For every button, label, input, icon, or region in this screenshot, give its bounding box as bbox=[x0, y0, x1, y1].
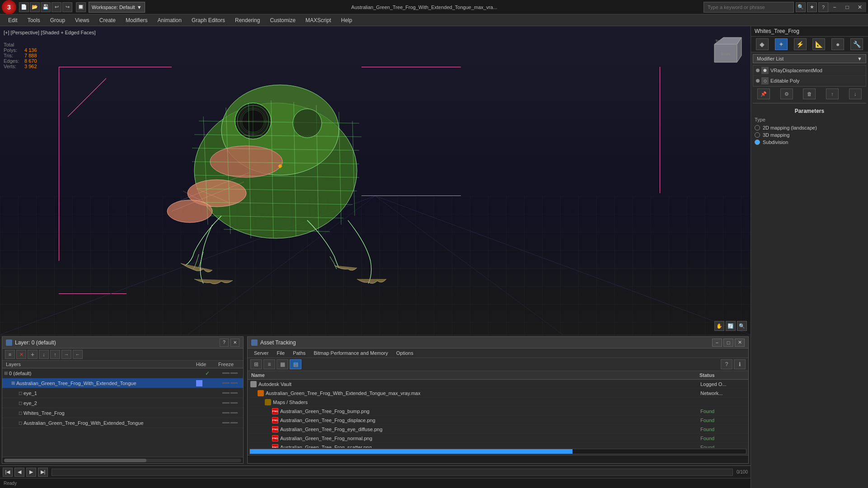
list-item[interactable]: ⊞ 0 (default) ✓ bbox=[2, 368, 243, 378]
layer-deselect-icon[interactable]: ← bbox=[73, 350, 83, 359]
asset-progress-bar-container bbox=[249, 449, 746, 454]
asset-menu-bitmap[interactable]: Bitmap Performance and Memory bbox=[310, 349, 391, 357]
list-item[interactable]: PNG Australian_Green_Tree_Frog_scatter.p… bbox=[248, 443, 748, 448]
minimize-button[interactable]: − bbox=[828, 2, 841, 12]
timeline-start-button[interactable]: |◀ bbox=[3, 468, 13, 477]
list-item[interactable]: PNG Australian_Green_Tree_Frog_eye_diffu… bbox=[248, 425, 748, 434]
create-panel-icon[interactable]: ◆ bbox=[756, 38, 769, 50]
max-file-icon bbox=[258, 390, 264, 396]
menu-graph-editors[interactable]: Graph Editors bbox=[187, 15, 230, 26]
list-item[interactable]: ◻ eye_2 bbox=[2, 398, 243, 408]
layer-close-button[interactable]: ✕ bbox=[230, 339, 239, 347]
menu-views[interactable]: Views bbox=[70, 15, 94, 26]
remove-modifier-icon[interactable]: 🗑 bbox=[803, 88, 816, 99]
asset-info-icon[interactable]: ℹ bbox=[734, 359, 746, 369]
layer-add-icon[interactable]: + bbox=[28, 350, 38, 359]
asset-maximize-button[interactable]: □ bbox=[723, 339, 733, 347]
timeline-prev-button[interactable]: ◀ bbox=[14, 468, 24, 477]
layer-move-up-icon[interactable]: ↑ bbox=[50, 350, 60, 359]
modifier-list-dropdown[interactable]: Modifier List ▼ bbox=[753, 54, 866, 63]
pan-icon[interactable]: ✋ bbox=[714, 321, 724, 331]
search-icon[interactable]: 🔍 bbox=[796, 2, 806, 12]
asset-tool-2[interactable]: ≡ bbox=[263, 359, 275, 369]
menu-help[interactable]: Help bbox=[337, 15, 357, 26]
list-item[interactable]: PNG Australian_Green_Tree_Frog_normal.pn… bbox=[248, 434, 748, 443]
new-file-icon[interactable]: 📄 bbox=[19, 2, 29, 12]
hierarchy-panel-icon[interactable]: ⚡ bbox=[794, 38, 807, 50]
list-item[interactable]: PNG Australian_Green_Tree_Frog_bump.png … bbox=[248, 407, 748, 416]
timeline-play-button[interactable]: ▶ bbox=[26, 468, 36, 477]
modifier-entry-editable-poly[interactable]: ◇ Editable Poly bbox=[753, 76, 866, 86]
display-panel-icon[interactable]: ● bbox=[831, 38, 844, 50]
radio-3d bbox=[755, 132, 760, 138]
utilities-panel-icon[interactable]: 🔧 bbox=[850, 38, 863, 50]
menu-rendering[interactable]: Rendering bbox=[230, 15, 264, 26]
cube-gizmo[interactable]: Front Top bbox=[705, 31, 746, 71]
pin-stack-icon[interactable]: 📌 bbox=[757, 88, 770, 99]
asset-name-text: Australian_Green_Tree_Frog_displace.png bbox=[280, 418, 375, 423]
menu-customize[interactable]: Customize bbox=[265, 15, 300, 26]
viewport-3d[interactable]: [+] [Perspective] [Shaded + Edged Faces]… bbox=[0, 26, 751, 335]
layer-list-icon[interactable]: ≡ bbox=[5, 350, 15, 359]
asset-minimize-button[interactable]: − bbox=[712, 339, 722, 347]
move-down-modifier-icon[interactable]: ↓ bbox=[849, 88, 862, 99]
asset-close-button[interactable]: ✕ bbox=[735, 339, 745, 347]
asset-help-icon[interactable]: ? bbox=[721, 359, 732, 369]
layer-move-down-icon[interactable]: ↓ bbox=[39, 350, 49, 359]
save-icon[interactable]: 💾 bbox=[41, 2, 51, 12]
open-file-icon[interactable]: 📂 bbox=[30, 2, 40, 12]
asset-menu-file[interactable]: File bbox=[273, 349, 288, 357]
list-item[interactable]: ◻ Whites_Tree_Frog bbox=[2, 408, 243, 418]
config-modifier-sets-icon[interactable]: ⚙ bbox=[780, 88, 793, 99]
favorites-icon[interactable]: ★ bbox=[807, 2, 817, 12]
list-item[interactable]: ◻ Australian_Green_Tree_Frog_With_Extend… bbox=[2, 418, 243, 428]
menu-group[interactable]: Group bbox=[46, 15, 70, 26]
redo-icon[interactable]: ↪ bbox=[62, 2, 72, 12]
asset-menu-paths[interactable]: Paths bbox=[289, 349, 309, 357]
menu-animation[interactable]: Animation bbox=[153, 15, 186, 26]
menu-create[interactable]: Create bbox=[95, 15, 120, 26]
asset-tool-3[interactable]: ▦ bbox=[277, 359, 288, 369]
workspace-selector[interactable]: Workspace: Default ▼ bbox=[89, 2, 145, 13]
modify-panel-icon[interactable]: ✦ bbox=[775, 38, 788, 50]
edges-label: Edges: bbox=[4, 58, 22, 64]
timeline-slider[interactable] bbox=[52, 469, 733, 476]
layer-select-icon[interactable]: → bbox=[61, 350, 71, 359]
layer-delete-icon[interactable]: ✕ bbox=[16, 350, 26, 359]
list-item[interactable]: ◻ eye_1 bbox=[2, 388, 243, 398]
maximize-button[interactable]: □ bbox=[841, 2, 854, 12]
list-item[interactable]: ⊞ Australian_Green_Tree_Frog_With_Extend… bbox=[2, 378, 243, 388]
menu-tools[interactable]: Tools bbox=[23, 15, 45, 26]
modifier-entry-vray[interactable]: ⬟ VRayDisplacementMod bbox=[753, 65, 866, 76]
asset-tool-4-active[interactable]: ▤ bbox=[290, 359, 301, 369]
menu-modifiers[interactable]: Modifiers bbox=[121, 15, 152, 26]
layer-scrollbar[interactable] bbox=[2, 457, 243, 463]
list-item[interactable]: Maps / Shaders bbox=[248, 398, 748, 407]
asset-tool-1[interactable]: ⊞ bbox=[250, 359, 262, 369]
timeline-next-button[interactable]: ▶| bbox=[38, 468, 48, 477]
motion-panel-icon[interactable]: 📐 bbox=[812, 38, 825, 50]
menu-maxscript[interactable]: MAXScript bbox=[301, 15, 336, 26]
status-text: Ready bbox=[4, 481, 17, 486]
search-input[interactable] bbox=[704, 2, 794, 13]
help-icon[interactable]: ? bbox=[818, 2, 828, 12]
type-2d-label[interactable]: 2D mapping (landscape) bbox=[755, 125, 864, 130]
asset-menu-server[interactable]: Server bbox=[250, 349, 272, 357]
move-up-modifier-icon[interactable]: ↑ bbox=[826, 88, 839, 99]
layer-help-button[interactable]: ? bbox=[220, 339, 229, 347]
type-subdivision-label[interactable]: Subdivision bbox=[755, 139, 864, 145]
list-item[interactable]: Autodesk Vault Logged O... bbox=[248, 380, 748, 389]
type-3d-label[interactable]: 3D mapping bbox=[755, 132, 864, 138]
modifier-icon: ⬟ bbox=[761, 67, 769, 74]
list-item[interactable]: PNG Australian_Green_Tree_Frog_displace.… bbox=[248, 416, 748, 425]
scene-icon[interactable]: 🔲 bbox=[76, 2, 86, 12]
asset-status-text: Found bbox=[700, 418, 746, 423]
zoom-icon[interactable]: 🔍 bbox=[737, 321, 747, 331]
close-button[interactable]: ✕ bbox=[854, 2, 866, 12]
layer-name-text: Australian_Green_Tree_Frog_With_Extended… bbox=[23, 420, 144, 426]
menu-edit[interactable]: Edit bbox=[4, 15, 22, 26]
asset-menu-options[interactable]: Options bbox=[393, 349, 417, 357]
undo-icon[interactable]: ↩ bbox=[52, 2, 61, 12]
orbit-icon[interactable]: 🔄 bbox=[726, 321, 736, 331]
list-item[interactable]: Australian_Green_Tree_Frog_With_Extended… bbox=[248, 389, 748, 398]
